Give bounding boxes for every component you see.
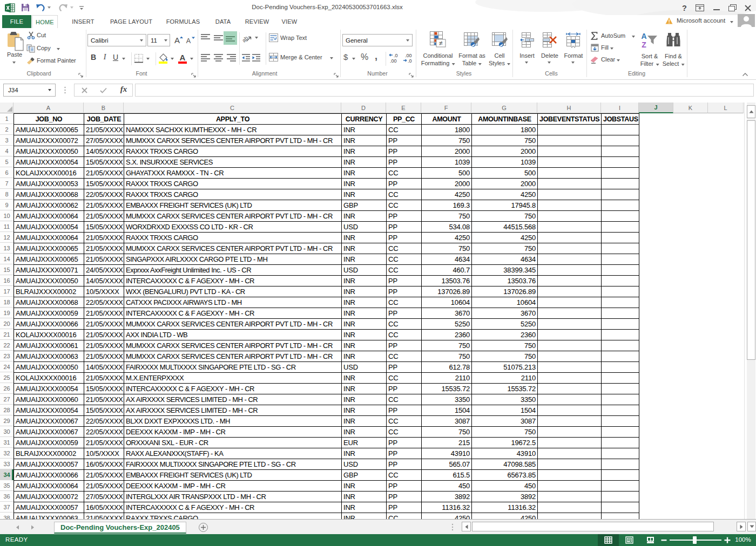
- row-header-28[interactable]: 28: [0, 405, 14, 415]
- fill-color-button[interactable]: [158, 53, 170, 65]
- cell-B35[interactable]: 21/05/XXXX: [84, 481, 124, 492]
- cell-B25[interactable]: 21/05/XXXX: [84, 373, 124, 384]
- save-button[interactable]: [21, 2, 30, 13]
- cell-C8[interactable]: RAXXX TRXXS CARGO: [124, 189, 342, 200]
- row-header-26[interactable]: 26: [0, 383, 14, 394]
- cell-H1[interactable]: JOBEVENTSTATUS: [538, 114, 602, 125]
- cell-B23[interactable]: 21/05/XXXX: [84, 351, 124, 362]
- cell-A17[interactable]: BLRAIJXXXX00002: [14, 286, 84, 297]
- fill-button[interactable]: Fill: [590, 43, 622, 53]
- cell-I37[interactable]: [602, 502, 639, 513]
- cell-I36[interactable]: [602, 492, 639, 502]
- cell-A9[interactable]: AMUAIJXXXX00062: [14, 200, 84, 211]
- cell-E26[interactable]: PP: [387, 384, 422, 394]
- conditional-formatting-button[interactable]: ≠ Conditional Formatting: [420, 30, 456, 67]
- scroll-left-button[interactable]: [462, 522, 471, 531]
- cell-F35[interactable]: 450: [422, 481, 472, 492]
- format-painter-button[interactable]: Format Painter: [26, 56, 80, 66]
- cell-E36[interactable]: PP: [387, 492, 422, 502]
- cell-I8[interactable]: [602, 189, 639, 200]
- sort-filter-button[interactable]: A Z Sort & Filter: [639, 31, 660, 67]
- cell-A15[interactable]: AMUAIJXXXX00071: [14, 265, 84, 276]
- cell-D24[interactable]: USD: [342, 362, 387, 373]
- cell-F33[interactable]: 565.07: [422, 459, 472, 470]
- cell-D4[interactable]: INR: [342, 146, 387, 157]
- zoom-out-button[interactable]: [661, 536, 669, 544]
- restore-button[interactable]: [728, 4, 737, 12]
- cell-E37[interactable]: PP: [387, 502, 422, 513]
- row-header-29[interactable]: 29: [0, 415, 14, 426]
- row-header-32[interactable]: 32: [0, 448, 14, 459]
- cell-A12[interactable]: AMUAIJXXXX00064: [14, 233, 84, 243]
- decrease-font-button[interactable]: A: [185, 36, 195, 45]
- cell-H21[interactable]: [538, 330, 602, 340]
- cell-F28[interactable]: 1504: [422, 405, 472, 416]
- cell-E12[interactable]: PP: [387, 233, 422, 243]
- cell-G6[interactable]: 500: [472, 168, 538, 179]
- cell-B27[interactable]: 21/05/XXXX: [84, 394, 124, 405]
- row-header-16[interactable]: 16: [0, 275, 14, 286]
- cell-I7[interactable]: [602, 179, 639, 189]
- cell-E20[interactable]: CC: [387, 319, 422, 330]
- cell-H13[interactable]: [538, 243, 602, 254]
- cell-F12[interactable]: 4250: [422, 233, 472, 243]
- cell-H18[interactable]: [538, 297, 602, 308]
- row-header-2[interactable]: 2: [0, 124, 14, 135]
- cell-E13[interactable]: CC: [387, 243, 422, 254]
- cell-H5[interactable]: [538, 157, 602, 168]
- cell-D28[interactable]: INR: [342, 405, 387, 416]
- column-header-C[interactable]: C: [124, 103, 341, 113]
- cell-I28[interactable]: [602, 405, 639, 416]
- align-left-button[interactable]: [200, 53, 211, 64]
- cell-I31[interactable]: [602, 438, 639, 448]
- row-header-13[interactable]: 13: [0, 243, 14, 254]
- cell-G27[interactable]: 3350: [472, 394, 538, 405]
- increase-font-button[interactable]: A: [173, 35, 184, 45]
- cell-A4[interactable]: AMUAIJXXXX00050: [14, 146, 84, 157]
- cell-B8[interactable]: 22/05/XXXX: [84, 189, 124, 200]
- cell-E17[interactable]: PP: [387, 286, 422, 297]
- cell-A32[interactable]: BLRAIJXXXX00002: [14, 448, 84, 459]
- cell-C38[interactable]: RAXXX TRXXS CARGO: [124, 513, 342, 519]
- avatar[interactable]: [738, 14, 755, 27]
- cell-F32[interactable]: 43910: [422, 448, 472, 459]
- row-header-18[interactable]: 18: [0, 297, 14, 308]
- cell-B10[interactable]: 21/05/XXXX: [84, 211, 124, 222]
- tab-formulas[interactable]: FORMULAS: [162, 15, 205, 28]
- cell-E3[interactable]: PP: [387, 135, 422, 146]
- cell-E6[interactable]: CC: [387, 168, 422, 179]
- cell-F8[interactable]: 4250: [422, 189, 472, 200]
- vertical-scrollbar[interactable]: [747, 103, 755, 519]
- redo-dropdown[interactable]: [70, 2, 73, 13]
- cell-C17[interactable]: WXX (BENGALURU) PVT LTD - KA - CR: [124, 286, 342, 297]
- delete-cells-button[interactable]: Delete: [539, 30, 561, 67]
- cell-D32[interactable]: INR: [342, 448, 387, 459]
- cell-D30[interactable]: INR: [342, 427, 387, 438]
- cell-G21[interactable]: 2360: [472, 330, 538, 340]
- cell-H19[interactable]: [538, 308, 602, 319]
- cell-A33[interactable]: AMUAIJXXXX00057: [14, 459, 84, 470]
- cell-E33[interactable]: PP: [387, 459, 422, 470]
- cell-G16[interactable]: 13503.76: [472, 276, 538, 286]
- cell-F30[interactable]: 750: [422, 427, 472, 438]
- cell-C11[interactable]: WORXDRXXD EXXXSS CO LTD - KR - CR: [124, 222, 342, 233]
- orientation-button[interactable]: ab: [242, 32, 259, 44]
- cell-H36[interactable]: [538, 492, 602, 502]
- cell-I6[interactable]: [602, 168, 639, 179]
- row-header-25[interactable]: 25: [0, 372, 14, 383]
- cell-H28[interactable]: [538, 405, 602, 416]
- cell-E32[interactable]: PP: [387, 448, 422, 459]
- cell-E23[interactable]: CC: [387, 351, 422, 362]
- cell-I16[interactable]: [602, 276, 639, 286]
- cell-B26[interactable]: 15/05/XXXX: [84, 384, 124, 394]
- horizontal-scrollbar[interactable]: [462, 521, 746, 533]
- cell-A16[interactable]: AMUAIJXXXX00050: [14, 276, 84, 286]
- cell-I11[interactable]: [602, 222, 639, 233]
- cell-D35[interactable]: INR: [342, 481, 387, 492]
- cell-E15[interactable]: CC: [387, 265, 422, 276]
- cell-I35[interactable]: [602, 481, 639, 492]
- cell-C29[interactable]: BLXX DXXT EXPXXXXS LTD. - MH: [124, 416, 342, 427]
- cell-G14[interactable]: 4634: [472, 254, 538, 265]
- bottom-align-button[interactable]: [224, 31, 237, 45]
- cell-H9[interactable]: [538, 200, 602, 211]
